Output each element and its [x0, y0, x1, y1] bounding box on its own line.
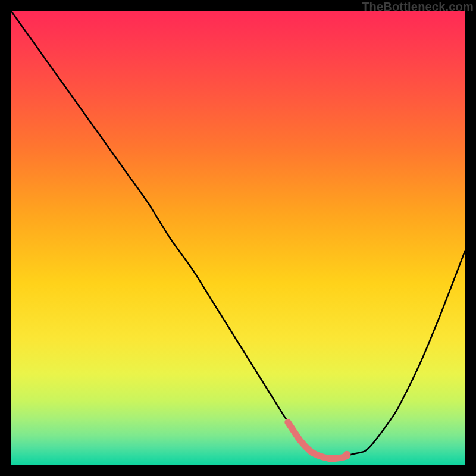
bottleneck-curve [11, 11, 465, 458]
chart-frame [11, 11, 465, 465]
attribution-text: TheBottleneck.com [362, 0, 474, 14]
valley-marker-band [288, 422, 347, 459]
plot-area [11, 11, 465, 465]
valley-marker-dot [343, 451, 350, 459]
chart-svg [11, 11, 465, 465]
